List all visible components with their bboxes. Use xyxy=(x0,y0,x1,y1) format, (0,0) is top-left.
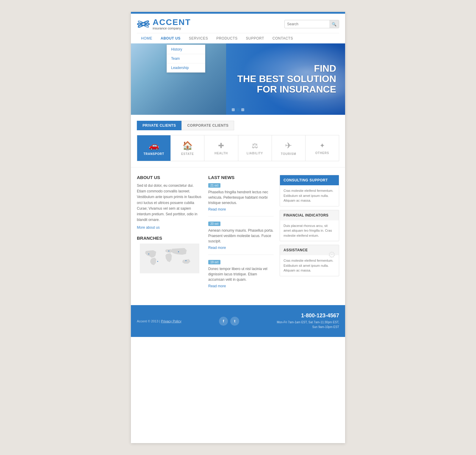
consulting-support-panel: CONSULTING SUPPORT Cras molestie eleifen… xyxy=(280,175,339,206)
nav-item-products[interactable]: PRODUCTS xyxy=(212,33,242,43)
svg-point-8 xyxy=(157,261,158,262)
twitter-button[interactable]: t xyxy=(230,317,239,326)
news-item-2: 20 oct Aenean nonumy mauris. Phasellus p… xyxy=(208,221,274,255)
svg-point-5 xyxy=(168,251,169,252)
search-input[interactable] xyxy=(285,22,329,26)
nav-item-home[interactable]: HOME xyxy=(137,33,156,43)
news-read-more-1[interactable]: Read more xyxy=(208,207,226,211)
hero-dots xyxy=(232,108,244,111)
left-column: ABOUT US Sed id dui dolor, eu consectetu… xyxy=(137,175,202,298)
navigation: HOME ABOUT US SERVICES PRODUCTS SUPPORT … xyxy=(137,33,339,43)
hero-dot-2[interactable] xyxy=(237,108,239,111)
news-date-2: 20 oct xyxy=(208,222,220,226)
estate-label: ESTATE xyxy=(181,152,194,156)
tabs-section: PRIVATE CLIENTS CORPORATE CLIENTS 🚗 TRAN… xyxy=(131,115,345,167)
nav-item-contacts[interactable]: CONTACTS xyxy=(268,33,297,43)
assistance-icon: ⚙ xyxy=(328,248,336,261)
hero-line2: THE BEST SOLUTION xyxy=(237,73,336,84)
tab-private-clients[interactable]: PRIVATE CLIENTS xyxy=(137,121,181,130)
dropdown-item-leadership[interactable]: Leadership xyxy=(167,63,205,72)
world-map xyxy=(137,244,202,273)
nav-item-support[interactable]: SUPPORT xyxy=(242,33,268,43)
liability-label: LIABILITY xyxy=(247,152,263,155)
others-label: OTHERS xyxy=(315,151,329,155)
news-text-1: Phasellus fringilla hendrerit lectus nec… xyxy=(208,189,274,205)
footer-privacy-link[interactable]: Privacy Policy xyxy=(161,319,181,323)
health-label: HEALTH xyxy=(214,152,228,155)
footer-phone: 1-800-123-4567 Mon-Fri 7am-1am EST, Sat … xyxy=(277,313,339,330)
logo-sub-text: insurance company xyxy=(153,26,191,30)
tab-corporate-clients[interactable]: CORPORATE CLIENTS xyxy=(181,121,234,130)
icons-row: 🚗 TRANSPORT 🏠 ESTATE ✚ HEALTH ⚖ LIABILIT… xyxy=(137,135,339,161)
icon-liability[interactable]: ⚖ LIABILITY xyxy=(238,135,272,161)
icon-others[interactable]: ✦ OTHERS xyxy=(306,135,339,161)
branches-title: BRANCHES xyxy=(137,236,202,241)
news-item-1: 21 oct Phasellus fringilla hendrerit lec… xyxy=(208,183,274,216)
nav-item-about[interactable]: ABOUT US xyxy=(156,33,185,43)
header-top: ACCENT insurance company 🔍 xyxy=(137,18,339,30)
header: ACCENT insurance company 🔍 HOME ABOUT US… xyxy=(131,14,345,43)
about-dropdown: History Team Leadership xyxy=(167,45,205,73)
search-button[interactable]: 🔍 xyxy=(329,20,339,28)
dropdown-item-team[interactable]: Team xyxy=(167,54,205,63)
footer: Accent © 2013 | Privacy Policy f t 1-800… xyxy=(131,305,345,337)
tabs-header: PRIVATE CLIENTS CORPORATE CLIENTS xyxy=(137,121,339,130)
footer-copyright: Accent © 2013 | Privacy Policy xyxy=(137,319,181,323)
news-date-3: 19 oct xyxy=(208,260,220,264)
right-column: CONSULTING SUPPORT Cras molestie eleifen… xyxy=(280,175,339,298)
hero-dot-1[interactable] xyxy=(232,108,235,111)
phone-number: 1-800-123-4567 xyxy=(277,313,339,319)
hero-headline: FIND THE BEST SOLUTION FOR INSURANCE xyxy=(237,63,336,95)
tourism-icon: ✈ xyxy=(285,141,292,150)
logo-text: ACCENT insurance company xyxy=(153,18,191,30)
world-map-svg xyxy=(137,244,202,273)
about-us-section: ABOUT US Sed id dui dolor, eu consectetu… xyxy=(137,175,202,230)
phone-hours-2: Sun 9am-10pm EST xyxy=(277,325,339,330)
logo-accent-text: ACCENT xyxy=(153,18,191,26)
facebook-button[interactable]: f xyxy=(219,317,228,326)
phone-hours-1: Mon-Fri 7am-1am EST, Sat 7am-11:30pm EST… xyxy=(277,320,339,325)
news-text-2: Aenean nonumy mauris. Phasellus porta. P… xyxy=(208,228,274,244)
hero-dot-3[interactable] xyxy=(241,108,244,111)
health-icon: ✚ xyxy=(218,142,224,150)
about-us-title: ABOUT US xyxy=(137,175,202,180)
transport-label: TRANSPORT xyxy=(143,152,164,156)
assistance-panel: ASSISTANCE Cras molestie eleifend fermen… xyxy=(280,245,339,276)
icon-transport[interactable]: 🚗 TRANSPORT xyxy=(137,135,171,161)
icon-estate[interactable]: 🏠 ESTATE xyxy=(171,135,204,161)
page-wrapper: ACCENT insurance company 🔍 HOME ABOUT US… xyxy=(131,12,345,443)
logo-icon xyxy=(137,18,150,30)
logo[interactable]: ACCENT insurance company xyxy=(137,18,191,30)
financial-indicators-header: FINANCIAL INDICATORS xyxy=(280,210,339,220)
news-item-3: 19 oct Donec tempor libero ut nisl lacin… xyxy=(208,260,274,293)
svg-point-4 xyxy=(148,254,149,255)
transport-icon: 🚗 xyxy=(149,141,159,150)
news-read-more-2[interactable]: Read more xyxy=(208,246,226,250)
financial-indicators-body: Duis placerat rhoncus arcu, sit amet ali… xyxy=(280,220,339,241)
last-news-title: LAST NEWS xyxy=(208,175,274,180)
news-read-more-3[interactable]: Read more xyxy=(208,284,226,288)
consulting-support-header: CONSULTING SUPPORT xyxy=(280,175,339,185)
liability-icon: ⚖ xyxy=(252,142,258,150)
consulting-support-body: Cras molestie eleifend fermentum. Estibu… xyxy=(280,185,339,206)
news-text-3: Donec tempor libero ut nisl lacinia vel … xyxy=(208,266,274,282)
hero-text: FIND THE BEST SOLUTION FOR INSURANCE xyxy=(237,63,336,95)
nav-item-services[interactable]: SERVICES xyxy=(185,33,212,43)
svg-point-7 xyxy=(186,260,187,261)
svg-point-1 xyxy=(137,23,149,25)
main-content: ABOUT US Sed id dui dolor, eu consectetu… xyxy=(131,167,345,305)
branches-section: BRANCHES xyxy=(137,236,202,273)
news-section: LAST NEWS 21 oct Phasellus fringilla hen… xyxy=(208,175,274,298)
more-about-us-link[interactable]: More about us xyxy=(137,225,160,230)
tourism-label: TOURISM xyxy=(281,152,296,156)
others-icon: ✦ xyxy=(320,142,325,150)
svg-point-6 xyxy=(178,251,179,252)
dropdown-item-history[interactable]: History xyxy=(167,45,205,54)
financial-indicators-panel: FINANCIAL INDICATORS Duis placerat rhonc… xyxy=(280,210,339,241)
icon-tourism[interactable]: ✈ TOURISM xyxy=(272,135,306,161)
about-us-text: Sed id dui dolor, eu consectetur dui. Et… xyxy=(137,183,202,223)
news-date-1: 21 oct xyxy=(208,183,220,188)
search-box[interactable]: 🔍 xyxy=(284,20,339,28)
assistance-body: Cras molestie eleifend fermentum. Estibu… xyxy=(280,255,339,276)
icon-health[interactable]: ✚ HEALTH xyxy=(204,135,238,161)
